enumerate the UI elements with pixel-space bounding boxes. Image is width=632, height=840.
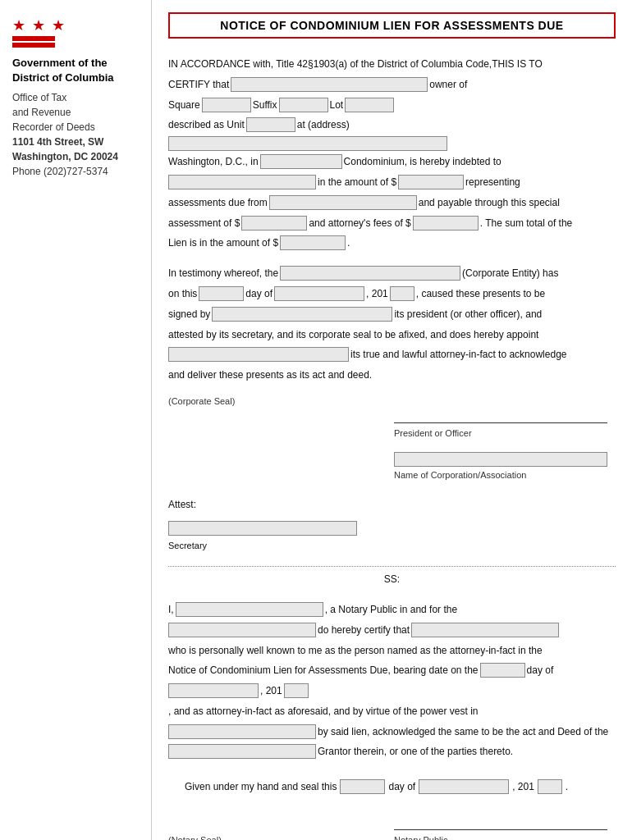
line-attested: attested by its secretary, and its corpo… [168, 326, 616, 345]
notary-sig-line [394, 829, 607, 830]
secretary-input[interactable] [168, 521, 357, 536]
year-suffix-input[interactable] [390, 286, 414, 301]
dc-flag: ★ ★ ★ [12, 16, 139, 48]
line-who-is: who is personally well known to me as th… [168, 641, 616, 660]
president-name-input[interactable] [212, 307, 392, 322]
appoint-input[interactable] [168, 347, 349, 362]
given-day-input[interactable] [340, 779, 385, 794]
line-do-hereby: do hereby certify that [168, 621, 616, 640]
month-input[interactable] [274, 286, 364, 301]
sidebar: ★ ★ ★ Government of the District of Colu… [0, 0, 152, 840]
given-line: Given under my hand and seal this day of… [168, 778, 616, 797]
line-appoint: its true and lawful attorney-in-fact to … [168, 345, 616, 364]
line-bearing-month: , 201 , and as attorney-in-fact as afore… [168, 682, 616, 721]
address-input[interactable] [168, 136, 447, 151]
lot-input[interactable] [345, 98, 394, 112]
jurisdiction-input[interactable] [168, 623, 316, 637]
line-assessment-of: assessment of $ and attorney's fees of $… [168, 214, 616, 233]
flag-stars-row: ★ ★ ★ [12, 16, 139, 34]
line-grantor: Grantor therein, or one of the parties t… [168, 742, 616, 761]
line-notary-i: I, , a Notary Public in and for the [168, 600, 616, 619]
form-title: NOTICE OF CONDOMINIUM LIEN FOR ASSESSMEN… [168, 12, 616, 39]
ss-line: SS: [168, 566, 616, 589]
corporate-entity-input[interactable] [280, 266, 460, 281]
corp-name-input[interactable] [394, 452, 607, 467]
grantor-input[interactable] [168, 744, 316, 759]
flag-bars [12, 36, 139, 48]
corp-name-block: Name of Corporation/Association [168, 452, 616, 484]
lien-total-input[interactable] [280, 235, 346, 250]
bearing-day-input[interactable] [480, 663, 525, 678]
line-testimony: In testimony whereof, the (Corporate Ent… [168, 264, 616, 283]
certify-that-input[interactable] [411, 623, 559, 637]
city-input[interactable] [260, 154, 342, 169]
amount-input[interactable] [398, 175, 464, 189]
president-label: President or Officer [394, 425, 607, 442]
assessment-amount-input[interactable] [241, 216, 307, 231]
bearing-year-input[interactable] [284, 683, 309, 698]
star-3: ★ [52, 16, 65, 34]
certify-name-input[interactable] [231, 77, 428, 92]
line-signed-by: signed by its president (or other office… [168, 305, 616, 324]
star-2: ★ [32, 16, 45, 34]
notary-public-label: Notary Public [394, 832, 607, 840]
attest-block: Attest: Secretary [168, 495, 616, 555]
line-accordance: IN ACCORDANCE with, Title 42§1903(a) of … [168, 55, 616, 74]
line-assessments: assessments due from and payable through… [168, 194, 616, 212]
day-input[interactable] [199, 286, 244, 301]
given-month-input[interactable] [419, 779, 509, 794]
line-on-this: on this day of , 201 , caused these pres… [168, 285, 616, 304]
president-sig-line [394, 422, 607, 423]
line-deliver: and deliver these presents as its act an… [168, 366, 616, 385]
corp-name-label: Name of Corporation/Association [394, 467, 607, 484]
notary-seal-label: (Notary Seal) [168, 832, 222, 840]
suffix-input[interactable] [279, 98, 328, 112]
line-washington: Washington, D.C., in Condominium, is her… [168, 153, 616, 171]
corporate-seal-label: (Corporate Seal) [168, 393, 616, 410]
line-by-said: by said lien, acknowledged the same to b… [168, 723, 616, 742]
given-year-input[interactable] [538, 779, 562, 794]
power-vest-input[interactable] [168, 724, 316, 739]
line-amount: in the amount of $ representing [168, 173, 616, 192]
notary-sig-block: Notary Public [394, 829, 616, 840]
square-input[interactable] [202, 98, 251, 112]
flag-bar-bottom [12, 43, 55, 48]
sidebar-title: Government of the District of Columbia [12, 56, 139, 85]
notary-section: I, , a Notary Public in and for the do h… [168, 600, 616, 761]
creditor-input[interactable] [168, 175, 316, 189]
form-body: IN ACCORDANCE with, Title 42§1903(a) of … [168, 55, 616, 840]
line-square: Square Suffix Lot [168, 96, 616, 115]
attest-label: Attest: [168, 495, 616, 514]
star-1: ★ [12, 16, 25, 34]
unit-input[interactable] [246, 117, 295, 132]
president-signature-block: President or Officer [168, 422, 616, 442]
assessments-from-input[interactable] [269, 195, 417, 210]
line-notice-bearing: Notice of Condominium Lien for Assessmen… [168, 661, 616, 680]
line-described: described as Unit at (address) [168, 116, 616, 151]
flag-bar-top [12, 36, 55, 41]
secretary-block: Secretary [168, 518, 616, 555]
main-content: NOTICE OF CONDOMINIUM LIEN FOR ASSESSMEN… [152, 0, 632, 840]
attorney-fees-input[interactable] [413, 216, 479, 231]
secretary-label: Secretary [168, 537, 616, 555]
line-certify: CERTIFY that owner of [168, 75, 616, 94]
bearing-month-input[interactable] [168, 683, 259, 698]
sidebar-office: Office of Tax and Revenue Recorder of De… [12, 90, 139, 179]
line-lien-amount: Lien is in the amount of $ . [168, 234, 616, 253]
notary-name-input[interactable] [176, 602, 323, 617]
